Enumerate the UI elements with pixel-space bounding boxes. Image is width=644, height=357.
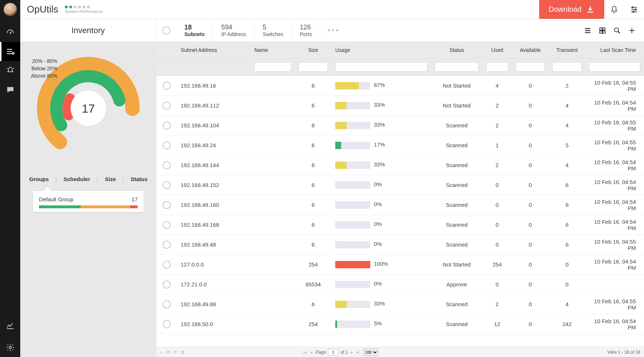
last-page[interactable]: ▸| — [356, 350, 361, 355]
tab-size[interactable]: Size — [103, 175, 117, 183]
metric-switches[interactable]: 5Switches — [255, 19, 292, 42]
table-row[interactable]: 192.168.49.104633%Scanned20410 Feb 16, 0… — [156, 116, 644, 135]
svg-rect-7 — [603, 28, 605, 30]
row-select[interactable] — [163, 221, 171, 229]
filter-scan[interactable] — [589, 62, 640, 72]
row-select[interactable] — [163, 280, 171, 289]
group-count: 17 — [131, 196, 138, 202]
alerts-icon[interactable] — [0, 61, 20, 80]
dashboard-icon[interactable] — [0, 23, 20, 42]
per-page-select[interactable]: 100 — [363, 349, 378, 356]
group-card[interactable]: Default Group 17 — [33, 191, 144, 212]
svg-point-2 — [9, 346, 11, 349]
col-name[interactable]: Name — [251, 42, 295, 58]
next-page[interactable]: ▸ — [350, 350, 354, 355]
view-range: View 1 - 18 of 18 — [607, 350, 640, 355]
grid-view-icon[interactable] — [598, 26, 607, 35]
svg-point-5 — [633, 11, 634, 13]
row-select[interactable] — [163, 201, 171, 209]
table-row[interactable]: 192.168.50.02545%Scanned12024210 Feb 16,… — [156, 314, 644, 334]
settings-icon[interactable] — [0, 338, 20, 357]
table-row[interactable]: 172.21.0.0655340%Approve000 — [156, 275, 644, 294]
col-usage[interactable]: Usage — [332, 42, 431, 58]
copy-icon[interactable]: ⧉ — [181, 350, 184, 355]
filter-avail[interactable] — [516, 62, 545, 72]
col-size[interactable]: Size — [295, 42, 332, 58]
add-icon[interactable] — [627, 26, 637, 35]
nav-rail — [0, 0, 20, 357]
table-row[interactable]: 192.168.49.16667%Not Started40210 Feb 16… — [156, 76, 644, 96]
svg-point-4 — [635, 9, 636, 10]
legend-low: Below 20% — [31, 66, 57, 71]
sliders-icon[interactable] — [624, 0, 644, 19]
filter-trans[interactable] — [552, 62, 582, 72]
row-select[interactable] — [163, 82, 171, 90]
select-all[interactable] — [156, 19, 176, 42]
pager: |◂ ◂ Page of 1 ▸ ▸| 100 — [302, 349, 378, 356]
more-icon[interactable]: ••• — [320, 19, 347, 42]
table-row[interactable]: 192.168.49.88633%Scanned20410 Feb 16, 04… — [156, 294, 644, 314]
zoom-icon[interactable]: ⌕ — [160, 350, 163, 355]
table-row[interactable]: 192.168.49.144633%Scanned20410 Feb 16, 0… — [156, 155, 644, 175]
row-select[interactable] — [163, 161, 171, 169]
search-icon[interactable] — [612, 26, 622, 35]
page-input[interactable] — [328, 349, 338, 356]
filter-row — [156, 59, 644, 76]
inventory-icon[interactable] — [0, 42, 20, 61]
row-select[interactable] — [163, 320, 171, 328]
tab-status[interactable]: Status — [129, 175, 149, 183]
col-used[interactable]: Used — [482, 42, 512, 58]
filter-used[interactable] — [486, 62, 508, 72]
table-row[interactable]: 192.168.49.4860%Scanned00610 Feb 16, 04:… — [156, 235, 644, 255]
row-select[interactable] — [163, 121, 171, 130]
table-header: Subnet Address Name Size Usage Status Us… — [156, 42, 644, 59]
table-row[interactable]: 192.168.49.16060%Scanned00610 Feb 16, 04… — [156, 195, 644, 215]
row-select[interactable] — [163, 181, 171, 189]
legend-high: Above 80% — [31, 73, 57, 79]
list-view-icon[interactable] — [583, 26, 592, 35]
avatar[interactable] — [4, 3, 17, 16]
download-button[interactable]: Download — [539, 0, 604, 19]
row-select[interactable] — [163, 241, 171, 249]
chat-icon[interactable] — [0, 80, 20, 99]
first-page[interactable]: |◂ — [302, 350, 307, 355]
filter-size[interactable] — [298, 62, 328, 72]
col-status[interactable]: Status — [431, 42, 482, 58]
filter-status[interactable] — [435, 62, 479, 72]
left-panel: 20% - 80% Below 20% Above 80% 17 Groups — [20, 42, 156, 357]
table-row[interactable]: 192.168.49.16860%Scanned00610 Feb 16, 04… — [156, 215, 644, 235]
metric-ip-address[interactable]: 594IP Address — [213, 19, 254, 42]
col-transient[interactable]: Transient — [549, 42, 585, 58]
row-select[interactable] — [163, 261, 171, 269]
row-select[interactable] — [163, 300, 171, 308]
col-lastscan[interactable]: Last Scan Time — [585, 42, 644, 58]
refresh-icon[interactable]: ⟳ — [166, 350, 170, 355]
svg-point-10 — [615, 28, 619, 32]
col-available[interactable]: Available — [512, 42, 549, 58]
system-performance: System Performance — [65, 6, 103, 14]
table-row[interactable]: 127.0.0.0254100%Not Started2540010 Feb 1… — [156, 255, 644, 275]
svg-rect-9 — [603, 31, 605, 33]
filter-name[interactable] — [254, 62, 291, 72]
prev-page[interactable]: ◂ — [309, 350, 313, 355]
table-row[interactable]: 192.168.49.112633%Not Started20410 Feb 1… — [156, 96, 644, 116]
topbar: OpUtils System Performance Download — [20, 0, 644, 19]
metric-ports[interactable]: 126Ports — [292, 19, 321, 42]
reports-icon[interactable] — [0, 316, 20, 335]
col-address[interactable]: Subnet Address — [177, 42, 251, 58]
filter-usage[interactable] — [335, 62, 427, 72]
bell-icon[interactable] — [604, 0, 624, 19]
table-row[interactable]: 192.168.49.24617%Scanned10510 Feb 16, 04… — [156, 135, 644, 155]
brand: OpUtils — [27, 4, 58, 15]
row-select[interactable] — [163, 141, 171, 149]
tab-groups[interactable]: Groups — [28, 175, 50, 183]
subnet-table: Subnet Address Name Size Usage Status Us… — [156, 42, 644, 357]
row-select[interactable] — [163, 102, 171, 110]
metric-subnets[interactable]: 18Subnets — [176, 19, 213, 42]
usage-donut: 20% - 80% Below 20% Above 80% 17 — [33, 53, 144, 165]
tab-scheduler[interactable]: Scheduler — [62, 175, 92, 183]
donut-value: 17 — [82, 102, 95, 116]
panel-tabs: Groups | Scheduler | Size | Status — [28, 175, 149, 183]
table-row[interactable]: 192.168.49.15260%Scanned00610 Feb 16, 04… — [156, 175, 644, 195]
export-icon[interactable]: ⇪ — [174, 350, 177, 355]
